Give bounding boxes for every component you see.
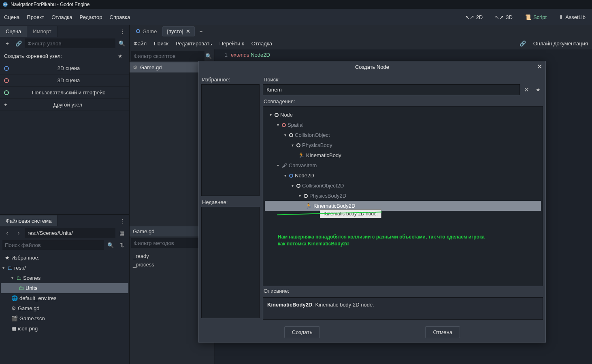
scene3d-option[interactable]: 3D сцена: [0, 75, 129, 87]
menu-debug[interactable]: Отладка: [251, 40, 272, 47]
close-icon[interactable]: ✕: [537, 63, 542, 70]
titlebar: NavigationForPikabu - Godot Engine: [0, 0, 592, 9]
favorites-box[interactable]: [201, 84, 260, 196]
node-icon: [296, 184, 300, 188]
chevron-down-icon[interactable]: ▾: [283, 133, 287, 137]
godot-icon: [2, 2, 8, 7]
path-nav: ‹ › ▦: [0, 227, 129, 239]
res-root-row[interactable]: ▾ 🗀 res://: [1, 263, 128, 273]
menu-goto[interactable]: Перейти к: [219, 40, 244, 47]
game-tscn-row[interactable]: 🎬 Game.tscn: [1, 313, 128, 324]
node-icon: [304, 194, 308, 198]
menu-debug[interactable]: Отладка: [51, 14, 72, 20]
gear-icon: ⚙: [133, 64, 138, 70]
canvas-icon: 🖌: [282, 162, 287, 168]
menu-file[interactable]: Файл: [134, 40, 147, 47]
image-icon: ▦: [11, 326, 16, 332]
online-docs-link[interactable]: Онлайн документация: [533, 40, 588, 47]
recent-box[interactable]: [201, 207, 260, 319]
icon-png-row[interactable]: ▦ icon.png: [1, 324, 128, 334]
menu-help[interactable]: Справка: [110, 14, 130, 20]
search-files-input[interactable]: [2, 240, 104, 250]
search-icon[interactable]: 🔍: [117, 38, 127, 48]
search-icon[interactable]: 🔍: [204, 51, 213, 61]
favorites-row[interactable]: ★ Избранное:: [1, 253, 128, 263]
forward-icon[interactable]: ›: [14, 228, 23, 238]
create-button[interactable]: Создать: [284, 326, 320, 338]
search-label: Поиск:: [263, 75, 543, 84]
scene-tab-game[interactable]: Game: [132, 27, 161, 36]
menu-search[interactable]: Поиск: [154, 40, 168, 47]
back-icon[interactable]: ‹: [2, 228, 12, 238]
spatial-icon: [4, 78, 9, 83]
units-folder-row[interactable]: 🗀 Units: [1, 283, 128, 293]
chevron-down-icon[interactable]: ▾: [268, 113, 273, 117]
clear-icon[interactable]: ✕: [522, 86, 532, 94]
layout-icon[interactable]: ▦: [117, 228, 127, 238]
tree-physicsbody[interactable]: ▾ PhysicsBody: [265, 140, 541, 150]
tree-physicsbody2d[interactable]: ▾ PhysicsBody2D: [265, 191, 541, 201]
node-icon: [289, 133, 293, 137]
star-icon[interactable]: ★: [533, 87, 543, 93]
chevron-down-icon[interactable]: ▾: [290, 143, 295, 147]
tree-collisionobject[interactable]: ▾ CollisionObject: [265, 130, 541, 140]
mode-2d-button[interactable]: ↖↗ 2D: [463, 13, 486, 22]
create-root-label: Создать корневой узел: ★: [0, 49, 129, 62]
default-env-row[interactable]: 🌐 default_env.tres: [1, 293, 128, 303]
chevron-down-icon[interactable]: ▾: [283, 173, 287, 178]
menu-editor[interactable]: Редактор: [80, 14, 102, 20]
chevron-down-icon[interactable]: ▾: [1, 266, 6, 270]
scene-dock-tabs: Сцена Импорт ⋮: [0, 25, 129, 37]
filter-scripts-input[interactable]: [131, 51, 204, 61]
menu-edit[interactable]: Редактировать: [176, 40, 212, 47]
ui-option[interactable]: Пользовательский интерфейс: [0, 87, 129, 99]
svg-point-3: [4, 4, 5, 5]
mode-script-button[interactable]: 📜 Script: [522, 13, 549, 22]
other-node-option[interactable]: + Другой узел: [0, 99, 129, 111]
link-icon[interactable]: 🔗: [14, 38, 23, 48]
tab-filesystem[interactable]: Файловая система: [0, 215, 57, 226]
chevron-down-icon[interactable]: ▾: [275, 123, 280, 127]
star-icon[interactable]: ★: [115, 51, 125, 61]
close-icon[interactable]: ✕: [186, 28, 190, 34]
tree-canvasitem[interactable]: ▾ 🖌 CanvasItem: [265, 160, 541, 170]
description-box: KinematicBody2D: Kinematic body 2D node.: [263, 297, 543, 320]
menu-project[interactable]: Проект: [27, 14, 44, 20]
scene2d-option[interactable]: 2D сцена: [0, 62, 129, 75]
search-input[interactable]: [263, 84, 520, 95]
node-tree[interactable]: ▾ Node ▾ Spatial ▾ CollisionObject: [263, 106, 543, 286]
chevron-down-icon[interactable]: ▾: [297, 194, 302, 198]
cancel-button[interactable]: Отмена: [425, 326, 460, 338]
search-icon[interactable]: 🔍: [106, 240, 115, 250]
add-node-icon[interactable]: +: [2, 38, 12, 48]
scenes-folder-row[interactable]: ▾ 🗀 Scenes: [1, 273, 128, 283]
mode-assetlib-button[interactable]: ⬇ AssetLib: [556, 13, 588, 22]
link-icon: 🔗: [520, 40, 526, 47]
tree-kinematicbody2d[interactable]: 🏃 KinematicBody2D: [265, 201, 541, 211]
folder-icon: 🗀: [19, 285, 24, 291]
tree-kinematicbody[interactable]: 🏃 KinematicBody: [265, 150, 541, 160]
path-input[interactable]: [25, 228, 115, 238]
filter-methods-input[interactable]: [131, 238, 204, 248]
scene-tab-empty[interactable]: [пусто] ✕: [162, 26, 194, 36]
dock-options-icon[interactable]: ⋮: [116, 218, 129, 224]
tree-collisionobject2d[interactable]: ▾ CollisionObject2D: [265, 181, 541, 191]
tree-node2d[interactable]: ▾ Node2D: [265, 170, 541, 181]
script-icon: 📜: [525, 14, 531, 20]
chevron-down-icon[interactable]: ▾: [275, 163, 280, 168]
add-tab-icon[interactable]: +: [196, 26, 206, 36]
kinematic-icon: 🏃: [305, 203, 312, 209]
mode-3d-button[interactable]: ↖↗ 3D: [492, 13, 515, 22]
node-icon: [296, 143, 300, 147]
menu-scene[interactable]: Сцена: [4, 14, 19, 20]
tree-spatial[interactable]: ▾ Spatial: [265, 120, 541, 130]
chevron-down-icon[interactable]: ▾: [10, 276, 15, 280]
dock-options-icon[interactable]: ⋮: [116, 28, 129, 34]
tab-import[interactable]: Импорт: [27, 26, 57, 37]
chevron-down-icon[interactable]: ▾: [290, 183, 295, 188]
sort-icon[interactable]: ⇅: [117, 240, 127, 250]
game-gd-row[interactable]: ⚙ Game.gd: [1, 303, 128, 313]
tab-scene[interactable]: Сцена: [0, 26, 27, 37]
filter-nodes-input[interactable]: [25, 38, 115, 48]
tree-node[interactable]: ▾ Node: [265, 110, 541, 120]
